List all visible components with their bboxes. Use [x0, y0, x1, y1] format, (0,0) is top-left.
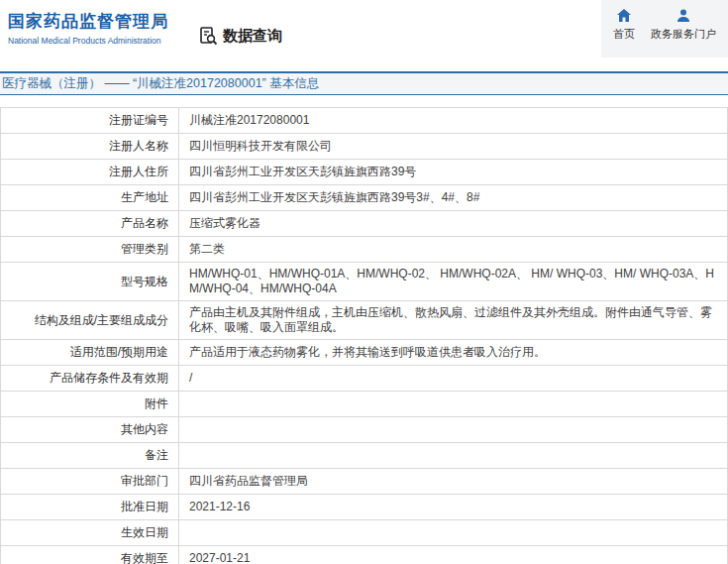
row-value	[179, 417, 728, 443]
table-row: 产品储存条件及有效期 /	[1, 366, 728, 392]
nav-gov-portal-label: 政务服务门户	[651, 27, 716, 42]
site-header: 国家药品监督管理局 National Medical Products Admi…	[0, 0, 728, 57]
module-title-label: 数据查询	[223, 27, 282, 46]
row-label: 注册人名称	[1, 134, 179, 160]
user-icon	[676, 8, 691, 24]
table-row: 附件	[1, 392, 728, 417]
row-value	[179, 443, 728, 469]
row-label: 型号规格	[1, 263, 179, 301]
org-name-en: National Medical Products Administration	[8, 36, 198, 46]
table-row: 型号规格 HM/WHQ-01、HM/WHQ-01A、HM/WHQ-02、 HM/…	[1, 263, 728, 301]
row-label: 注册人住所	[1, 160, 179, 185]
row-label: 批准日期	[1, 495, 179, 520]
row-label: 审批部门	[1, 469, 179, 495]
table-row: 备注	[1, 443, 728, 469]
home-icon	[616, 8, 632, 24]
row-label: 生效日期	[1, 520, 179, 546]
nav-home[interactable]: 首页	[613, 8, 635, 57]
row-value: 2021-12-16	[179, 495, 728, 520]
row-value	[179, 392, 728, 417]
table-row: 产品名称 压缩式雾化器	[1, 211, 728, 237]
brand: 国家药品监督管理局 National Medical Products Admi…	[0, 0, 198, 57]
nav-gov-portal[interactable]: 政务服务门户	[651, 8, 716, 57]
row-value: HM/WHQ-01、HM/WHQ-01A、HM/WHQ-02、 HM/WHQ-0…	[179, 263, 728, 301]
data-query-icon	[198, 26, 218, 46]
table-row: 注册证编号 川械注准20172080001	[1, 108, 728, 134]
row-label: 附件	[1, 392, 179, 417]
table-row: 其他内容	[1, 417, 728, 443]
org-name-cn: 国家药品监督管理局	[8, 10, 198, 33]
row-label: 结构及组成/主要组成成分	[1, 301, 179, 340]
row-value: 川械注准20172080001	[179, 108, 728, 134]
quick-nav: 首页 政务服务门户	[601, 0, 728, 57]
row-value: 四川省彭州工业开发区天彭镇旌旗西路39号	[179, 160, 728, 185]
row-value	[179, 520, 728, 546]
table-row: 审批部门 四川省药品监督管理局	[1, 469, 728, 495]
row-value: 2027-01-21	[179, 546, 728, 564]
table-row: 结构及组成/主要组成成分 产品由主机及其附件组成，主机由压缩机、散热风扇、过滤组…	[1, 301, 728, 340]
table-row: 适用范围/预期用途 产品适用于液态药物雾化，并将其输送到呼吸道供患者吸入治疗用。	[1, 340, 728, 366]
table-row: 管理类别 第二类	[1, 237, 728, 263]
row-value: 压缩式雾化器	[179, 211, 728, 237]
table-row: 注册人住所 四川省彭州工业开发区天彭镇旌旗西路39号	[1, 160, 728, 185]
row-value: 四川省药品监督管理局	[179, 469, 728, 495]
row-value: /	[179, 366, 728, 392]
table-row: 批准日期 2021-12-16	[1, 495, 728, 520]
table-row: 生产地址 四川省彭州工业开发区天彭镇旌旗西路39号3#、4#、8#	[1, 185, 728, 211]
row-label: 产品储存条件及有效期	[1, 366, 179, 392]
row-label: 其他内容	[1, 417, 179, 443]
module-title: 数据查询	[198, 0, 601, 57]
table-row: 注册人名称 四川恒明科技开发有限公司	[1, 134, 728, 160]
row-label: 备注	[1, 443, 179, 469]
row-value: 产品适用于液态药物雾化，并将其输送到呼吸道供患者吸入治疗用。	[179, 340, 728, 366]
row-value: 产品由主机及其附件组成，主机由压缩机、散热风扇、过滤组件及其外壳组成。附件由通气…	[179, 301, 728, 340]
table-row: 生效日期	[1, 520, 728, 546]
row-value: 四川恒明科技开发有限公司	[179, 134, 728, 160]
row-label: 管理类别	[1, 237, 179, 263]
row-label: 适用范围/预期用途	[1, 340, 179, 366]
row-value: 第二类	[179, 237, 728, 263]
row-value: 四川省彭州工业开发区天彭镇旌旗西路39号3#、4#、8#	[179, 185, 728, 211]
row-label: 产品名称	[1, 211, 179, 237]
info-table: 注册证编号 川械注准20172080001 注册人名称 四川恒明科技开发有限公司…	[0, 107, 728, 564]
nav-home-label: 首页	[613, 27, 635, 42]
row-label: 生产地址	[1, 185, 179, 211]
breadcrumb: 医疗器械（注册） —— “川械注准20172080001” 基本信息	[0, 71, 728, 95]
row-label: 注册证编号	[1, 108, 179, 134]
breadcrumb-text: 医疗器械（注册） —— “川械注准20172080001” 基本信息	[2, 76, 319, 90]
row-label: 有效期至	[1, 546, 179, 564]
table-row: 有效期至 2027-01-21	[1, 546, 728, 564]
